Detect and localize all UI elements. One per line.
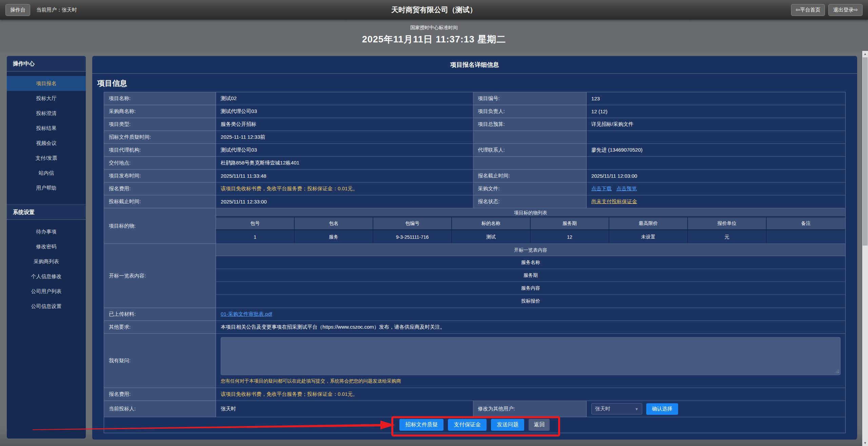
cell-package-code: 9-3-251111-716 [373, 230, 452, 244]
section-heading-project-info: 项目信息 [97, 78, 857, 89]
sidebar-section-operation-center: 操作中心 [7, 56, 86, 72]
value-signup-status: 尚未支付投标保证金 [587, 195, 845, 208]
label-bid-deadline: 投标截止时间: [104, 195, 216, 208]
bid-form-item-service-name: 服务名称 [216, 256, 845, 269]
bid-form-item-bid-price: 投标报价 [216, 295, 845, 308]
value-signup-fee-2: 该项目免收标书费，免收平台服务费；投标保证金：0.01元。 [216, 388, 845, 401]
label-signup-fee-2: 报名费用: [104, 388, 216, 401]
topbar-actions: ⇦平台首页 退出登录⇨ [791, 4, 863, 16]
col-package-name: 包名 [295, 217, 373, 230]
question-textarea-wrap [221, 337, 841, 375]
sidebar-item-bid-result[interactable]: 投标结果 [7, 121, 86, 136]
platform-home-button[interactable]: ⇦平台首页 [791, 4, 825, 16]
bid-form-item-service-period: 服务期 [216, 269, 845, 282]
cell-service-period: 12 [531, 230, 609, 244]
sidebar-item-video-meeting[interactable]: 视频会议 [7, 136, 86, 151]
console-button[interactable]: 操作台 [5, 4, 30, 16]
send-question-button[interactable]: 发送问题 [491, 419, 524, 431]
current-datetime: 2025年11月11日 11:37:13 星期二 [0, 33, 868, 45]
label-doc-question-time: 招标文件质疑时间: [104, 131, 216, 144]
sidebar-item-company-info[interactable]: 公司信息设置 [7, 299, 86, 314]
label-purchase-doc: 采购文件: [473, 182, 587, 195]
company-title: 天时商贸有限公司（测试） [0, 5, 868, 15]
subject-table: 项目标的物列表 包号 包名 包编号 标的名称 服务期 最高限价 报价单位 备注 … [216, 208, 845, 244]
sidebar-section-system-settings: 系统设置 [7, 204, 86, 220]
subject-table-title: 项目标的物列表 [216, 208, 845, 217]
value-project-type: 服务类公开招标 [216, 118, 473, 131]
back-button[interactable]: 返回 [529, 419, 550, 431]
value-project-budget: 详见招标/采购文件 [587, 118, 845, 131]
cell-max-price: 未设置 [609, 230, 688, 244]
user-select-dropdown[interactable]: 张天时 ▼ [591, 403, 642, 414]
value-project-name: 测试02 [216, 92, 473, 105]
sidebar-item-change-password[interactable]: 修改密码 [7, 239, 86, 254]
sidebar-items-settings: 待办事项 修改密码 采购商列表 个人信息修改 公司用户列表 公司信息设置 [7, 220, 86, 314]
label-uploaded: 已上传材料: [104, 308, 216, 321]
label-signup-fee: 报名费用: [104, 182, 216, 195]
user-select-value: 张天时 [595, 406, 610, 412]
scroll-down-icon[interactable]: ▼ [862, 440, 868, 446]
cell-quote-unit: 元 [688, 230, 767, 244]
value-bid-deadline: 2025/11/11 12:33:00 [216, 195, 473, 208]
time-source-label: 国家授时中心标准时间 [0, 20, 868, 31]
question-textarea[interactable] [221, 337, 841, 375]
cell-package-name: 服务 [295, 230, 373, 244]
value-publish-time: 2025/11/11 11:33:48 [216, 170, 473, 182]
col-quote-unit: 报价单位 [688, 217, 767, 230]
bid-form-list: 开标一览表内容 服务名称 服务期 服务内容 投标报价 [216, 244, 845, 308]
scrollbar-thumb[interactable] [863, 57, 868, 246]
label-signup-status: 报名状态: [473, 195, 587, 208]
sidebar-item-company-users[interactable]: 公司用户列表 [7, 284, 86, 299]
action-button-row: 招标文件质疑 支付保证金 发送问题 返回 [104, 417, 845, 433]
value-purchaser-name: 测试代理公司03 [216, 105, 473, 118]
download-doc-link[interactable]: 点击下载 [591, 186, 612, 192]
subject-table-row: 1 服务 9-3-251111-716 测试 12 未设置 元 [216, 230, 845, 244]
label-project-leader: 项目负责人: [473, 105, 587, 118]
value-current-bidder: 张天时 [216, 401, 473, 417]
uploaded-pdf-link[interactable]: 01-采购文件审批表.pdf [221, 311, 272, 317]
label-project-name: 项目名称: [104, 92, 216, 105]
time-header: 国家授时中心标准时间 2025年11月11日 11:37:13 星期二 [0, 20, 868, 52]
scroll-up-icon[interactable]: ▲ [862, 51, 868, 57]
sidebar-item-purchaser-list[interactable]: 采购商列表 [7, 254, 86, 269]
value-purchase-doc: 点击下载 点击预览 [587, 182, 845, 195]
bid-form-title: 开标一览表内容 [216, 244, 845, 256]
page-title: 项目报名详细信息 [92, 56, 857, 74]
confirm-select-button[interactable]: 确认选择 [646, 403, 678, 415]
empty-value-cell [587, 131, 845, 144]
label-purchaser-name: 采购商名称: [104, 105, 216, 118]
change-user-cell: 张天时 ▼ 确认选择 [587, 401, 845, 417]
sidebar-item-site-message[interactable]: 站内信 [7, 166, 86, 180]
preview-doc-link[interactable]: 点击预览 [616, 186, 637, 192]
col-package-code: 包编号 [373, 217, 452, 230]
label-my-question: 我有疑问: [104, 334, 216, 388]
sidebar-item-bid-hall[interactable]: 投标大厅 [7, 91, 86, 106]
sidebar-items-operation: 项目报名 投标大厅 投标澄清 投标结果 视频会议 支付/发票 站内信 用户帮助 [7, 72, 86, 195]
sidebar-item-user-help[interactable]: 用户帮助 [7, 180, 86, 195]
value-delivery-place: 杜鹃路858号奥克斯缔壹城12栋401 [216, 157, 473, 170]
sidebar-item-pay-invoice[interactable]: 支付/发票 [7, 151, 86, 166]
chevron-down-icon: ▼ [635, 407, 638, 411]
doc-question-button[interactable]: 招标文件质疑 [399, 419, 443, 431]
logout-button[interactable]: 退出登录⇨ [828, 4, 863, 16]
cell-remark [767, 230, 845, 244]
empty-label-cell [473, 157, 587, 170]
my-question-area: 您有任何对于本项目的疑问都可以在此处填写提交，系统将会把您的问题发送给采购商 [216, 334, 845, 388]
col-max-price: 最高限价 [609, 217, 688, 230]
sidebar-item-bid-clarify[interactable]: 投标澄清 [7, 106, 86, 121]
empty-value-cell [587, 157, 845, 170]
label-current-bidder: 当前投标人: [104, 401, 216, 417]
project-info-table: 项目名称: 测试02 项目编号: 123 采购商名称: 测试代理公司03 项目负… [104, 92, 846, 433]
deposit-unpaid-link[interactable]: 尚未支付投标保证金 [591, 198, 637, 205]
sidebar-item-todo[interactable]: 待办事项 [7, 224, 86, 239]
sidebar-item-project-signup[interactable]: 项目报名 [7, 76, 86, 91]
sidebar-item-profile-edit[interactable]: 个人信息修改 [7, 269, 86, 284]
subject-table-header: 包号 包名 包编号 标的名称 服务期 最高限价 报价单位 备注 [216, 217, 845, 230]
col-service-period: 服务期 [531, 217, 609, 230]
pay-deposit-button[interactable]: 支付保证金 [448, 419, 487, 431]
empty-label-cell [473, 131, 587, 144]
label-other-req: 其他要求: [104, 321, 216, 334]
value-agency: 测试代理公司03 [216, 144, 473, 157]
question-hint: 您有任何对于本项目的疑问都可以在此处填写提交，系统将会把您的问题发送给采购商 [221, 378, 841, 384]
value-uploaded: 01-采购文件审批表.pdf [216, 308, 845, 321]
